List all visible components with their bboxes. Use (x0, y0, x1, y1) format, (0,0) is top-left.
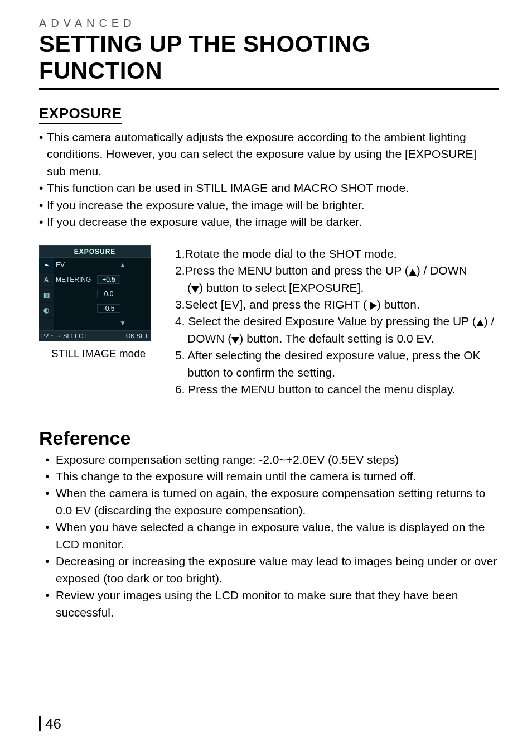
page-number: 46 (39, 715, 61, 733)
intro-bullet-list: • This camera automatically adjusts the … (39, 129, 499, 231)
step-item: 2.Press the MENU button and press the UP… (175, 262, 499, 279)
figure-steps-row: EXPOSURE ⌁ A ▥ ◐ EV ▲ METERIN (39, 245, 499, 398)
lcd-body: ⌁ A ▥ ◐ EV ▲ METERING +0.5 (39, 258, 151, 330)
reference-bullet-text: When you have selected a change in expos… (56, 519, 499, 553)
lcd-menu-row: -0.5 (54, 301, 151, 316)
intro-bullet: • This camera automatically adjusts the … (39, 129, 499, 180)
figure-caption: STILL IMAGE mode (39, 348, 162, 360)
reference-bullet-text: This change to the exposure will remain … (56, 468, 499, 485)
intro-bullet: • This function can be used in STILL IMA… (39, 180, 499, 196)
lcd-tab: ⌁ (39, 258, 54, 273)
lcd-footer-left: P2 ↕ ↔ SELECT (41, 333, 87, 339)
lcd-menu-row: EV ▲ (54, 258, 151, 272)
lcd-down-arrow-icon: ▼ (95, 319, 151, 327)
lcd-tab: ◐ (39, 303, 54, 318)
step-text: 3.Select [EV], and press the RIGHT ( (175, 298, 370, 311)
lcd-row-value: +0.5 (97, 275, 120, 284)
lcd-header: EXPOSURE (39, 245, 151, 258)
step-text: ) button to select [EXPOSURE]. (199, 281, 364, 294)
step-text: 4. Select the desired Exposure Value by … (175, 315, 476, 328)
reference-bullet: •Review your images using the LCD monito… (39, 587, 499, 621)
reference-bullet: •When the camera is turned on again, the… (39, 485, 499, 519)
step-item: button to confirm the setting. (175, 364, 499, 381)
manual-page: ADVANCED SETTING UP THE SHOOTING FUNCTIO… (0, 0, 532, 756)
step-item: 6. Press the MENU button to cancel the m… (175, 381, 499, 398)
down-arrow-icon (231, 337, 239, 344)
step-text: ( (187, 281, 191, 294)
lcd-tab: ▥ (39, 288, 54, 303)
lcd-tab-strip: ⌁ A ▥ ◐ (39, 258, 54, 330)
lcd-up-arrow-icon: ▲ (95, 261, 151, 269)
page-title: SETTING UP THE SHOOTING FUNCTION (39, 31, 499, 90)
step-item: 1.Rotate the mode dial to the SHOT mode. (175, 245, 499, 262)
lcd-menu-row: METERING +0.5 (54, 272, 151, 287)
eyebrow-header: ADVANCED (39, 17, 499, 30)
lcd-footer: P2 ↕ ↔ SELECT OK SET (39, 330, 151, 341)
lcd-menu-row: ▼ (54, 316, 151, 330)
step-text: ) button. (377, 298, 420, 311)
reference-heading: Reference (39, 427, 499, 449)
intro-bullet: • If you increase the exposure value, th… (39, 197, 499, 214)
reference-bullet-text: Exposure compensation setting range: -2.… (56, 451, 499, 468)
steps-column: 1.Rotate the mode dial to the SHOT mode.… (162, 245, 499, 398)
lcd-menu-row: 0.0 (54, 287, 151, 301)
lcd-row-value: -0.5 (97, 304, 120, 313)
intro-bullet: • If you decrease the exposure value, th… (39, 214, 499, 230)
intro-bullet-text: If you decrease the exposure value, the … (47, 214, 499, 230)
down-arrow-icon (191, 286, 199, 293)
up-arrow-icon (409, 269, 417, 276)
reference-bullet-text: Review your images using the LCD monitor… (56, 587, 499, 621)
up-arrow-icon (476, 320, 484, 326)
reference-bullet: •This change to the exposure will remain… (39, 468, 499, 485)
step-item: 5. After selecting the desired exposure … (175, 347, 499, 364)
intro-bullet-text: This camera automatically adjusts the ex… (47, 129, 499, 180)
step-item: DOWN () button. The default setting is 0… (175, 330, 499, 347)
step-text: ) button. The default setting is 0.0 EV. (239, 332, 434, 345)
intro-bullet-text: If you increase the exposure value, the … (47, 197, 499, 214)
reference-bullet-text: When the camera is turned on again, the … (56, 485, 499, 519)
steps-list: 1.Rotate the mode dial to the SHOT mode.… (175, 245, 499, 398)
step-text: DOWN ( (187, 332, 231, 345)
section-heading-exposure: EXPOSURE (39, 105, 122, 124)
reference-bullet: •Decreasing or increasing the exposure v… (39, 553, 499, 587)
reference-bullet: •Exposure compensation setting range: -2… (39, 451, 499, 468)
lcd-tab: A (39, 273, 54, 288)
camera-lcd-menu: EXPOSURE ⌁ A ▥ ◐ EV ▲ METERIN (39, 245, 151, 341)
lcd-footer-right: OK SET (126, 333, 148, 339)
figure-column: EXPOSURE ⌁ A ▥ ◐ EV ▲ METERIN (39, 245, 162, 398)
intro-bullet-text: This function can be used in STILL IMAGE… (47, 180, 499, 196)
step-item: 4. Select the desired Exposure Value by … (175, 313, 499, 330)
step-text: ) / DOWN (417, 264, 467, 277)
lcd-main: EV ▲ METERING +0.5 0.0 (54, 258, 151, 330)
reference-bullet-text: Decreasing or increasing the exposure va… (56, 553, 499, 587)
step-text: ) / (484, 315, 495, 328)
step-text: 2.Press the MENU button and press the UP… (175, 264, 409, 277)
lcd-row-label: METERING (54, 276, 95, 283)
lcd-row-label: EV (54, 261, 95, 269)
reference-bullet: •When you have selected a change in expo… (39, 519, 499, 553)
step-item: 3.Select [EV], and press the RIGHT ( ) b… (175, 296, 499, 313)
lcd-row-value: 0.0 (97, 290, 120, 298)
right-arrow-icon (370, 302, 377, 310)
reference-bullet-list: •Exposure compensation setting range: -2… (39, 451, 499, 621)
step-item: () button to select [EXPOSURE]. (175, 280, 499, 296)
